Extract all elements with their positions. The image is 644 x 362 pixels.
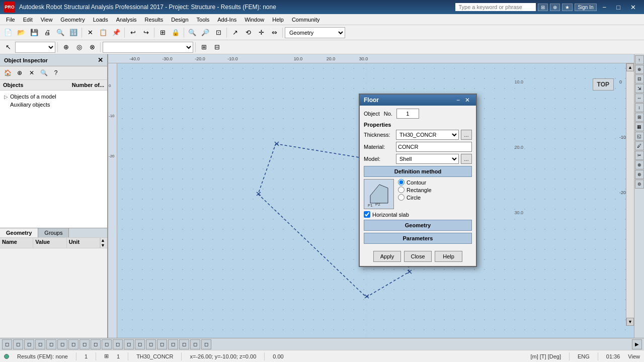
tb2-btn5[interactable]: ⊞ <box>198 41 210 53</box>
bt-btn-19[interactable]: ◻ <box>201 339 211 349</box>
tb2-btn2[interactable]: ⊕ <box>60 41 72 53</box>
rt-btn-11[interactable]: ✂ <box>635 151 644 160</box>
bt-btn-6[interactable]: ◻ <box>57 339 67 349</box>
bt-btn-9[interactable]: ◻ <box>91 339 101 349</box>
thickness-more-btn[interactable]: … <box>461 130 472 140</box>
toolbar-icon-btn-2[interactable]: ⊕ <box>550 4 560 11</box>
contour-radio[interactable] <box>398 179 405 186</box>
toolbar-icon-btn-3[interactable]: ★ <box>562 4 573 11</box>
menu-addins[interactable]: Add-Ins <box>213 16 240 24</box>
bt-btn-3[interactable]: ◻ <box>24 339 34 349</box>
bt-btn-15[interactable]: ◻ <box>157 339 167 349</box>
model-combo[interactable]: Shell <box>396 154 459 164</box>
minimize-btn[interactable]: − <box>599 3 611 12</box>
lp-btn-2[interactable]: ⊕ <box>14 67 25 78</box>
bt-btn-14[interactable]: ◻ <box>146 339 156 349</box>
menu-design[interactable]: Design <box>167 16 192 24</box>
rt-btn-6[interactable]: ↕ <box>635 103 644 112</box>
rt-btn-7[interactable]: ⊞ <box>635 113 644 122</box>
rt-btn-5[interactable]: ↔ <box>635 94 644 103</box>
tb-fit[interactable]: ⊡ <box>212 27 224 39</box>
tb-paste[interactable]: 📌 <box>110 27 122 39</box>
tb-save[interactable]: 💾 <box>28 27 40 39</box>
tb-lock[interactable]: 🔒 <box>170 27 182 39</box>
rt-btn-13[interactable]: ⊛ <box>635 170 644 179</box>
tb-open[interactable]: 📂 <box>15 27 27 39</box>
bt-btn-end[interactable]: ▶ <box>632 339 642 349</box>
parameters-btn[interactable]: Parameters <box>364 233 472 244</box>
thickness-combo[interactable]: TH30_CONCR <box>396 130 459 140</box>
bt-btn-12[interactable]: ◻ <box>124 339 134 349</box>
close-btn[interactable]: ✕ <box>626 3 640 12</box>
search-input[interactable] <box>455 3 536 11</box>
tab-groups[interactable]: Groups <box>38 228 69 237</box>
dialog-minimize-btn[interactable]: − <box>454 97 462 104</box>
maximize-btn[interactable]: □ <box>612 3 624 12</box>
rt-btn-4[interactable]: ⇲ <box>635 84 644 93</box>
tb2-combo-2[interactable] <box>103 42 193 53</box>
tree-item-aux[interactable]: Auxiliary objects <box>0 101 107 109</box>
menu-geometry[interactable]: Geometry <box>56 16 89 24</box>
tb-delete[interactable]: ✕ <box>84 27 96 39</box>
scroll-up-btn[interactable]: ▲ <box>626 63 634 71</box>
lp-btn-search[interactable]: 🔍 <box>38 67 49 78</box>
tb-calc[interactable]: 🔢 <box>67 27 79 39</box>
geometry-mode-combo[interactable]: Geometry <box>285 27 345 38</box>
bt-btn-10[interactable]: ◻ <box>102 339 112 349</box>
model-more-btn[interactable]: … <box>461 154 472 164</box>
menu-edit[interactable]: Edit <box>19 16 37 24</box>
tb-undo[interactable]: ↩ <box>127 27 139 39</box>
bt-btn-8[interactable]: ◻ <box>79 339 90 349</box>
close-dialog-btn[interactable]: Close <box>404 251 432 262</box>
rectangle-radio[interactable] <box>398 187 405 193</box>
tb2-btn3[interactable]: ◎ <box>73 41 85 53</box>
tb-redo[interactable]: ↪ <box>140 27 152 39</box>
dialog-close-btn[interactable]: ✕ <box>463 97 472 104</box>
tb-zoom-in[interactable]: 🔍 <box>186 27 198 39</box>
rt-btn-2[interactable]: ⊕ <box>635 65 644 74</box>
menu-results[interactable]: Results <box>141 16 168 24</box>
tree-item-model[interactable]: ▷ Objects of a model <box>0 93 107 101</box>
tb2-btn4[interactable]: ⊗ <box>86 41 98 53</box>
rt-btn-9[interactable]: ◱ <box>635 132 644 141</box>
tb2-pointer[interactable]: ↖ <box>2 41 14 53</box>
panel-close-btn[interactable]: ✕ <box>98 56 103 64</box>
menu-help[interactable]: Help <box>268 16 288 24</box>
definition-method-btn[interactable]: Definition method <box>364 166 472 177</box>
tb2-combo-1[interactable] <box>15 42 55 53</box>
rt-btn-14[interactable]: ⊜ <box>635 179 644 189</box>
bt-btn-7[interactable]: ◻ <box>68 339 78 349</box>
lp-btn-3[interactable]: ✕ <box>26 67 37 78</box>
scroll-down-arrow[interactable]: ▼ <box>101 243 107 248</box>
tb-new[interactable]: 📄 <box>2 27 14 39</box>
rt-btn-12[interactable]: ⊗ <box>635 160 644 169</box>
lp-btn-help[interactable]: ? <box>50 67 61 78</box>
menu-view[interactable]: View <box>37 16 57 24</box>
menu-community[interactable]: Community <box>288 16 324 24</box>
help-btn[interactable]: Help <box>435 251 462 262</box>
tb-move[interactable]: ✛ <box>255 27 267 39</box>
rt-btn-8[interactable]: ▦ <box>635 122 644 131</box>
tb2-btn6[interactable]: ⊟ <box>211 41 223 53</box>
tb-zoom-out[interactable]: 🔎 <box>199 27 211 39</box>
menu-tools[interactable]: Tools <box>193 16 214 24</box>
tb-select[interactable]: ↗ <box>229 27 241 39</box>
bt-btn-13[interactable]: ◻ <box>135 339 145 349</box>
tab-geometry[interactable]: Geometry <box>0 228 38 237</box>
lp-btn-1[interactable]: 🏠 <box>2 67 13 78</box>
bt-btn-4[interactable]: ◻ <box>35 339 45 349</box>
circle-radio-label[interactable]: Circle <box>398 194 432 201</box>
scroll-up-arrow[interactable]: ▲ <box>101 238 107 243</box>
bt-btn-11[interactable]: ◻ <box>113 339 123 349</box>
menu-analysis[interactable]: Analysis <box>112 16 141 24</box>
rt-btn-3[interactable]: ⊟ <box>635 74 644 83</box>
horizontal-slab-label[interactable]: Horizontal slab <box>364 211 472 218</box>
bt-btn-1[interactable]: ◻ <box>2 339 12 349</box>
bt-btn-17[interactable]: ◻ <box>179 339 189 349</box>
tb-mirror[interactable]: ⇔ <box>268 27 280 39</box>
bt-btn-16[interactable]: ◻ <box>168 339 178 349</box>
tb-rotate[interactable]: ⟲ <box>242 27 254 39</box>
circle-radio[interactable] <box>398 194 405 201</box>
horizontal-slab-checkbox[interactable] <box>364 211 370 218</box>
toolbar-icon-btn-1[interactable]: ⊞ <box>538 4 548 11</box>
